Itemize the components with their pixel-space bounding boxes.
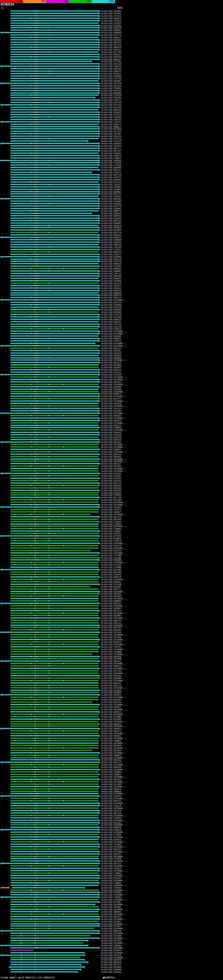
hit-label[interactable]: UniRef100_UPI0000... (101, 345, 126, 347)
hit-label[interactable]: UniRef100_B5G1A5 (101, 812, 121, 814)
hit-bar[interactable] (10, 820, 99, 821)
hit-bar[interactable] (10, 559, 99, 560)
hit-label[interactable]: UniRef100_UPI0000... (101, 460, 126, 462)
hit-bar[interactable] (10, 793, 99, 794)
hit-label[interactable]: UniRef100_C3Y7M8 (101, 554, 121, 557)
hit-bar[interactable] (10, 470, 99, 471)
hit-bar[interactable] (10, 490, 99, 491)
hit-bar[interactable] (10, 92, 99, 94)
hit-bar[interactable] (10, 665, 99, 667)
hit-label[interactable]: UniRef100_Q29BY7 (101, 511, 121, 513)
hit-bar[interactable] (10, 776, 99, 777)
hit-label[interactable]: UniRef100_B2YH08 (101, 311, 121, 313)
hit-bar[interactable] (10, 451, 99, 452)
hit-label[interactable]: UniRef100_UPI0000... (101, 947, 126, 949)
hit-bar[interactable] (1, 795, 99, 797)
hit-bar[interactable] (10, 682, 99, 684)
hit-label[interactable]: UniRef100_C4Y3L2 (101, 181, 121, 183)
hit-bar[interactable] (10, 234, 99, 235)
hit-label[interactable]: UniRef100_A7SD60 (101, 833, 121, 836)
hit-bar[interactable] (10, 135, 99, 137)
hit-bar[interactable] (10, 627, 99, 628)
hit-bar[interactable] (10, 947, 99, 948)
hit-bar[interactable] (10, 574, 99, 575)
hit-label[interactable]: UniRef100_B5X714 (101, 231, 121, 234)
hit-bar[interactable] (10, 600, 99, 601)
hit-bar[interactable] (10, 410, 99, 411)
hit-label[interactable]: UniRef100_UPI0000... (101, 819, 126, 821)
hit-bar[interactable] (10, 865, 99, 866)
hit-label[interactable]: UniRef100_B0D5Q2 (101, 197, 121, 200)
hit-label[interactable]: UniRef100_B3S4T6 (101, 549, 121, 552)
hit-bar[interactable] (10, 128, 99, 129)
hit-bar[interactable] (10, 403, 99, 404)
hit-label[interactable]: UniRef100_Q6NYC8 (101, 576, 121, 578)
hit-bar[interactable] (10, 215, 99, 216)
hit-bar[interactable] (10, 909, 99, 910)
hit-bar[interactable] (10, 514, 91, 515)
hit-label[interactable]: UniRef100_A5WW25 (101, 754, 121, 756)
hit-bar[interactable] (10, 875, 99, 876)
hit-label[interactable]: UniRef100_A9RF06 (101, 67, 121, 70)
hit-label[interactable]: UniRef100_A8P136 (101, 453, 121, 455)
hit-bar[interactable] (10, 564, 99, 565)
hit-label[interactable]: UniRef100_UPI0000... (101, 662, 126, 665)
hit-label[interactable]: UniRef100_UPI0000... (101, 299, 126, 301)
hit-label[interactable]: UniRef100_Q4RRC0 (101, 419, 121, 422)
hit-bar[interactable] (10, 263, 99, 264)
hit-bar[interactable] (10, 743, 99, 744)
hit-bar[interactable] (10, 805, 99, 806)
hit-label[interactable]: UniRef100_Q4R8J6 (101, 665, 121, 667)
hit-bar[interactable] (10, 386, 99, 387)
hit-label[interactable]: UniRef100_Q28DB9 (101, 691, 121, 694)
hit-label[interactable]: UniRef100_Q9VZU3 (101, 381, 121, 383)
hit-bar[interactable] (10, 504, 99, 505)
hit-bar[interactable] (1, 632, 99, 633)
hit-label[interactable]: UniRef100_Q7Z8R1 (101, 188, 121, 191)
hit-label[interactable]: UniRef100_Q60E53 (101, 455, 121, 458)
hit-label[interactable]: UniRef100_Q91VJ6 (101, 361, 121, 364)
hit-bar[interactable] (10, 521, 99, 522)
hit-label[interactable]: UniRef100_UPI0000... (101, 552, 126, 554)
hit-label[interactable]: UniRef100_UPI0000... (101, 542, 126, 544)
hit-label[interactable]: UniRef100_UPI0000... (101, 942, 126, 944)
hit-label[interactable]: UniRef100_B0JZ76 (101, 609, 121, 612)
hit-bar[interactable] (10, 586, 91, 587)
hit-label[interactable]: UniRef100_C5P5X6 (101, 145, 121, 147)
hit-bar[interactable] (10, 401, 99, 401)
hit-bar[interactable] (10, 200, 99, 202)
hit-bar[interactable] (10, 540, 99, 541)
hit-label[interactable]: UniRef100_Q4WHN3 (101, 270, 121, 272)
hit-label[interactable]: UniRef100_Q3UB90 (101, 304, 121, 306)
hit-bar[interactable] (10, 940, 87, 941)
hit-label[interactable]: UniRef100_B3RT65 (101, 438, 121, 441)
hit-label[interactable]: UniRef100_B5DJI7 (101, 462, 121, 465)
hit-label[interactable]: UniRef100_Q4P7R7 (101, 169, 121, 171)
hit-bar[interactable] (1, 160, 99, 161)
hit-label[interactable]: UniRef100_B5X0A7 (101, 694, 121, 696)
hit-label[interactable]: UniRef100_B9SE03 (101, 38, 121, 41)
hit-bar[interactable] (10, 817, 99, 818)
hit-label[interactable]: UniRef100_B4JYF1 (101, 397, 121, 400)
hit-bar[interactable] (10, 415, 99, 416)
hit-bar[interactable] (1, 121, 99, 123)
hit-bar[interactable] (10, 177, 99, 178)
hit-label[interactable]: UniRef100_UPI0000... (101, 869, 126, 872)
hit-bar[interactable] (10, 933, 99, 934)
hit-bar[interactable] (1, 345, 99, 346)
hit-bar[interactable] (10, 889, 99, 891)
hit-bar[interactable] (10, 837, 99, 837)
hit-bar[interactable] (10, 880, 99, 881)
hit-label[interactable]: UniRef100_UPI0000... (101, 679, 126, 682)
hit-label[interactable]: UniRef100_A7E6W0 (101, 200, 121, 202)
hit-label[interactable]: UniRef100_UPI0000... (101, 879, 126, 881)
hit-label[interactable]: UniRef100_B4R5W0 (101, 558, 121, 561)
hit-label[interactable]: UniRef100_A3KPR2 (101, 795, 121, 797)
hit-bar[interactable] (10, 509, 99, 510)
hit-label[interactable]: UniRef100_A2ZIF8 (101, 82, 121, 84)
hit-bar[interactable] (10, 714, 99, 715)
hit-label[interactable]: UniRef100_Q3UEU5 (101, 352, 121, 354)
hit-label[interactable]: UniRef100_Q59L11 (101, 123, 121, 126)
hit-label[interactable]: UniRef100_UPI0000... (101, 470, 126, 472)
hit-bar[interactable] (10, 350, 99, 351)
